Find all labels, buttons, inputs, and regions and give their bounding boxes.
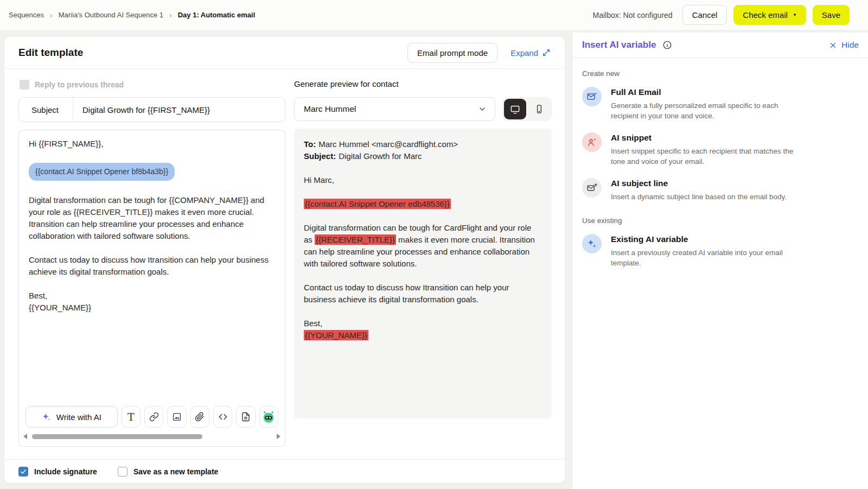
sidebar-item-full-ai-email[interactable]: Full AI Email Generate a fully personali… [582, 87, 859, 121]
check-email-button[interactable]: Check email ▼ [733, 5, 806, 25]
preview-signoff: Best, [304, 317, 542, 329]
sidebar-title: Insert AI variable [582, 40, 656, 50]
ai-robot-icon [261, 410, 276, 424]
code-icon [218, 412, 228, 422]
device-toggle [502, 97, 552, 121]
scrollbar-thumb[interactable] [32, 434, 202, 439]
chevron-right-icon: › [169, 11, 172, 20]
panel-header: Edit template Email prompt mode Expand [4, 37, 565, 69]
body-paragraph-1: Digital transformation can be tough for … [29, 194, 275, 242]
contact-select-value: Marc Hummel [304, 104, 356, 114]
preview-paragraph-2: Contact us today to discuss how Itransit… [304, 282, 542, 306]
sparkles-icon [582, 234, 602, 253]
topbar: Sequences › Mariia's Outbound AI Sequenc… [0, 0, 868, 30]
email-prompt-mode-button[interactable]: Email prompt mode [407, 43, 497, 63]
horizontal-scrollbar [19, 432, 285, 446]
check-icon [20, 468, 27, 475]
save-as-template-label: Save as a new template [133, 467, 218, 476]
expand-link[interactable]: Expand [510, 48, 551, 58]
scrollbar-track[interactable] [32, 434, 272, 439]
email-body-editor[interactable]: Hi {{FIRST_NAME}}, {{contact.AI Snippet … [18, 130, 285, 447]
preview-to-value: Marc Hummel <marc@cardflight.com> [318, 139, 458, 149]
sidebar-item-description: Insert a dynamic subject line based on t… [611, 192, 787, 202]
sidebar-item-title: Existing AI variable [611, 234, 802, 244]
ai-snippet-pill[interactable]: {{contact.AI Snippet Opener bf8b4a3b}} [29, 163, 175, 181]
caret-down-icon: ▼ [793, 12, 797, 17]
mobile-view-button[interactable] [528, 99, 550, 119]
preview-to-label: To: [304, 139, 316, 149]
save-as-template-checkbox[interactable] [118, 467, 127, 477]
breadcrumb-item-sequences[interactable]: Sequences [9, 11, 44, 19]
insert-ai-variable-sidebar: Insert AI variable Hide Create new [573, 33, 868, 489]
attachment-icon [195, 412, 205, 422]
check-email-label: Check email [743, 10, 788, 20]
subject-field: Subject Digital Growth for {{FIRST_NAME}… [18, 97, 285, 122]
text-format-icon: T [127, 412, 135, 422]
hide-button[interactable]: Hide [829, 40, 859, 50]
scroll-right-arrow[interactable] [277, 434, 280, 439]
image-icon [172, 412, 182, 422]
email-body-content[interactable]: Hi {{FIRST_NAME}}, {{contact.AI Snippet … [19, 130, 285, 404]
section-use-existing: Use existing [582, 217, 859, 225]
reply-thread-label: Reply to previous thread [35, 80, 124, 89]
sidebar-item-description: Insert snippet specific to each recipien… [611, 146, 802, 167]
person-sparkle-icon [582, 132, 602, 152]
sidebar-item-description: Generate a fully personalized email spec… [611, 100, 802, 121]
sidebar-item-title: AI snippet [611, 133, 802, 143]
text-format-button[interactable]: T [122, 406, 141, 428]
mailbox-status: Mailbox: Not configured [593, 11, 673, 20]
close-icon [829, 42, 837, 49]
preview-subject-label: Subject: [304, 151, 336, 161]
preview-signature-highlight: {{YOUR_NAME}} [304, 330, 368, 340]
page-title: Edit template [18, 47, 83, 59]
email-sparkle-icon [582, 87, 602, 106]
save-button[interactable]: Save [813, 5, 850, 25]
sidebar-item-ai-snippet[interactable]: AI snippet Insert snippet specific to ea… [582, 132, 859, 167]
write-with-ai-button[interactable]: Write with AI [25, 406, 118, 428]
ai-robot-button[interactable] [259, 406, 278, 428]
edit-template-panel: Edit template Email prompt mode Expand R… [4, 37, 565, 483]
image-button[interactable] [167, 406, 186, 428]
link-button[interactable] [144, 406, 163, 428]
reply-thread-checkbox[interactable] [20, 80, 29, 90]
preview-subject-value: Digital Growth for Marc [339, 151, 422, 161]
chevron-down-icon [478, 105, 487, 113]
scroll-left-arrow[interactable] [23, 434, 27, 439]
mobile-icon [534, 104, 544, 114]
subject-input[interactable]: Digital Growth for {{FIRST_NAME}} [73, 98, 285, 122]
sidebar-content: Create new Full AI Email Generate a full… [573, 58, 868, 291]
preview-paragraph-1: Digital transformation can be tough for … [304, 222, 542, 270]
document-button[interactable] [236, 406, 255, 428]
desktop-view-button[interactable] [504, 99, 526, 119]
body-signoff: Best, [29, 290, 275, 302]
body-paragraph-2: Contact us today to discuss how Itransit… [29, 254, 275, 278]
code-button[interactable] [213, 406, 232, 428]
expand-icon [542, 48, 551, 57]
envelope-plus-icon [582, 178, 602, 198]
preview-label: Generate preview for contact [294, 79, 552, 90]
body-signature-var: {{YOUR_NAME}} [29, 302, 275, 314]
sidebar-item-description: Insert a previously created AI variable … [611, 247, 802, 268]
cancel-button[interactable]: Cancel [682, 5, 727, 25]
contact-select[interactable]: Marc Hummel [294, 97, 495, 121]
include-signature-checkbox[interactable] [18, 467, 28, 477]
include-signature-label: Include signature [34, 467, 97, 476]
breadcrumb-item-sequence-name[interactable]: Mariia's Outbound AI Sequence 1 [59, 11, 163, 19]
preview-receiver-title-highlight: {{RECEIVER_TITLE}} [315, 234, 396, 245]
sidebar-item-title: AI subject line [611, 179, 787, 188]
info-icon[interactable] [662, 40, 672, 50]
sidebar-item-ai-subject-line[interactable]: AI subject line Insert a dynamic subject… [582, 178, 859, 202]
subject-label: Subject [19, 98, 73, 122]
document-icon [241, 412, 251, 422]
preview-greeting: Hi Marc, [304, 174, 542, 186]
expand-label: Expand [510, 48, 538, 58]
sidebar-item-existing-ai-variable[interactable]: Existing AI variable Insert a previously… [582, 234, 859, 268]
sparkle-icon [42, 412, 51, 422]
write-with-ai-label: Write with AI [56, 412, 101, 422]
section-create-new: Create new [582, 69, 859, 78]
topbar-actions: Mailbox: Not configured Cancel Check ema… [593, 5, 850, 25]
attachment-button[interactable] [190, 406, 209, 428]
preview-column: Generate preview for contact Marc Hummel [294, 78, 552, 447]
hide-label: Hide [841, 40, 859, 50]
panel-footer: Include signature Save as a new template [4, 459, 565, 483]
